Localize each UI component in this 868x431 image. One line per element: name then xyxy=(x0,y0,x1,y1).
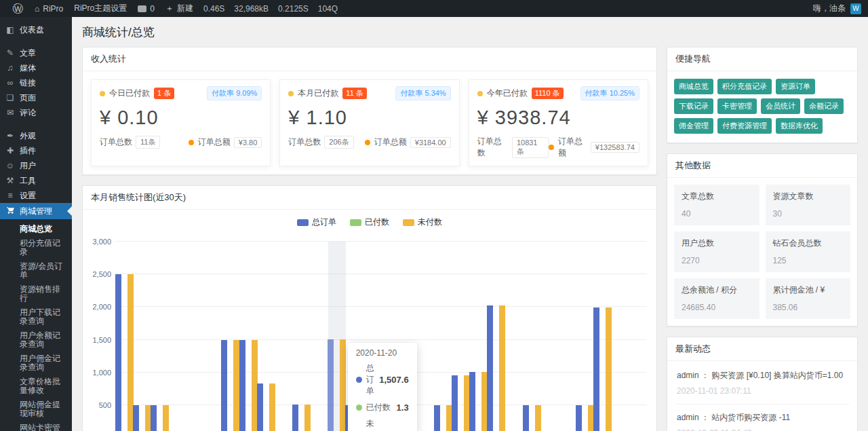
other-data-panel: 其他数据 文章总数40资源文章数30用户总数2270钻石会员总数125总余额池 … xyxy=(667,153,858,326)
submenu-item[interactable]: 用户下载记录查询 xyxy=(0,305,72,329)
quick-nav-button[interactable]: 卡密管理 xyxy=(717,98,757,114)
sidebar-item-links[interactable]: ∞链接 xyxy=(0,75,72,90)
quick-nav-button[interactable]: 资源订单 xyxy=(776,79,815,94)
avatar[interactable]: W xyxy=(850,3,861,14)
order-amount-group: 订单总额¥132583.74 xyxy=(549,136,639,159)
quick-nav-title: 便捷导航 xyxy=(667,48,857,71)
stat-value: 24685.40 xyxy=(682,303,752,312)
activity-time: 2020-11-01 23:07:11 xyxy=(677,386,848,396)
site-link[interactable]: ⌂ RiPro xyxy=(29,0,68,17)
legend-item[interactable]: 未付数 xyxy=(403,217,442,228)
stat-box: 累计佣金池 / ¥385.06 xyxy=(766,278,851,319)
income-amount: ¥ 0.10 xyxy=(100,107,262,129)
pages-icon: ❏ xyxy=(5,93,15,102)
sidebar-item-media[interactable]: ♫媒体 xyxy=(0,60,72,75)
sidebar-item-pages[interactable]: ❏页面 xyxy=(0,90,72,105)
order-amount-value: ¥3.80 xyxy=(234,137,262,148)
user-icon: ☺ xyxy=(5,161,15,170)
cart-icon xyxy=(5,206,15,217)
submenu-item[interactable]: 商城总览 xyxy=(0,222,72,236)
sidebar-item-shop[interactable]: 商城管理 xyxy=(0,203,72,219)
submenu-item[interactable]: 资源/会员订单 xyxy=(0,259,72,282)
orders-total-value: 11条 xyxy=(136,136,160,149)
chart-bar xyxy=(328,339,334,431)
chart-bar xyxy=(487,305,493,431)
new-content-button[interactable]: ＋ 新建 xyxy=(160,0,199,17)
quick-nav-button[interactable]: 积分充值记录 xyxy=(717,79,772,94)
sidebar-item-label: 文章 xyxy=(20,48,36,58)
theme-settings-link[interactable]: RiPro主题设置 xyxy=(68,0,132,17)
orders-total-value: 206条 xyxy=(324,136,353,149)
sidebar-item-label: 插件 xyxy=(20,146,36,155)
total-dot-icon xyxy=(189,140,194,145)
quick-nav-button[interactable]: 数据库优化 xyxy=(776,118,823,134)
orders-total-label: 订单总数 xyxy=(288,136,321,148)
sidebar-item-appearance[interactable]: ✒外观 xyxy=(0,128,72,143)
pin-icon: ✎ xyxy=(5,48,15,58)
sidebar-item-posts[interactable]: ✎文章 xyxy=(0,45,72,60)
chart-bar xyxy=(163,405,169,431)
stat-value: 385.06 xyxy=(773,303,844,312)
order-amount-group: 订单总额¥3.80 xyxy=(189,136,262,148)
chart-bar xyxy=(151,405,157,431)
dashboard-icon: ◧ xyxy=(5,25,15,35)
sidebar-item-label: 工具 xyxy=(20,176,36,185)
sidebar-item-users[interactable]: ☺用户 xyxy=(0,158,72,173)
quick-nav-button[interactable]: 付费资源管理 xyxy=(717,118,772,134)
stat-box: 总余额池 / 积分24685.40 xyxy=(674,278,760,319)
tooltip-series-value: 1,507.6 xyxy=(379,375,408,385)
sidebar-item-tools[interactable]: ⚒工具 xyxy=(0,173,72,188)
submenu-item[interactable]: 文章价格批量修改 xyxy=(0,375,72,398)
gridline xyxy=(115,274,647,274)
sidebar-item-label: 媒体 xyxy=(20,63,36,73)
income-card-header: 今日已付款1 条付款率 9.09% xyxy=(100,86,262,100)
chart-bar xyxy=(434,405,440,431)
chart-bar xyxy=(535,405,541,431)
sidebar-item-settings[interactable]: ≡设置 xyxy=(0,188,72,203)
sidebar-item-label: 用户 xyxy=(20,161,36,170)
chart-plot[interactable]: 05001,0001,5002,0002,5003,0002020-11-20总… xyxy=(115,242,647,431)
submenu-item[interactable]: 用户余额记录查询 xyxy=(0,329,72,352)
stat-label: 累计佣金池 / ¥ xyxy=(773,284,844,296)
paid-count-badge: 1 条 xyxy=(154,88,174,99)
chart-bar xyxy=(257,383,263,431)
gridline xyxy=(115,241,647,242)
wordpress-menu-button[interactable]: Ⓦ xyxy=(7,0,29,17)
activity-title: 最新动态 xyxy=(667,337,857,361)
chart-bar xyxy=(269,383,275,431)
quick-nav-button[interactable]: 会员统计 xyxy=(761,98,800,114)
orders-total-label: 订单总数 xyxy=(100,136,132,148)
submenu-item[interactable]: 网站佣金提现审核 xyxy=(0,398,72,421)
paid-dot-icon xyxy=(100,91,105,96)
quick-nav-button[interactable]: 佣金管理 xyxy=(674,118,713,134)
stat-label: 文章总数 xyxy=(682,191,752,202)
user-greeting[interactable]: 嗨，油条 xyxy=(813,3,846,14)
chart-bar xyxy=(469,372,475,431)
chart-bar xyxy=(115,274,121,431)
quick-nav-button[interactable]: 下载记录 xyxy=(674,98,713,114)
chart-bar xyxy=(593,307,599,431)
stat-value: 30 xyxy=(773,209,844,219)
sidebar-item-dashboard[interactable]: ◧仪表盘 xyxy=(0,22,72,37)
legend-item[interactable]: 总订单 xyxy=(297,217,336,228)
sidebar-item-plugins[interactable]: ✚插件 xyxy=(0,143,72,158)
quick-nav-buttons: 商城总览积分充值记录资源订单下载记录卡密管理会员统计余额记录佣金管理付费资源管理… xyxy=(667,71,857,143)
income-panel-title: 收入统计 xyxy=(83,48,656,71)
chart-legend: 总订单已付数未付数 xyxy=(83,217,656,228)
submenu-item[interactable]: 积分充值记录 xyxy=(0,236,72,259)
settings-icon: ≡ xyxy=(5,191,15,200)
submenu-item[interactable]: 用户佣金记录查询 xyxy=(0,352,72,375)
stat-box: 资源文章数30 xyxy=(766,185,851,225)
performance-stats: 0.46S32,968kB0.2125S104Q xyxy=(199,4,342,14)
income-card-footer: 订单总数10831条订单总额¥132583.74 xyxy=(477,136,639,159)
sidebar-item-comments[interactable]: ✉评论 xyxy=(0,105,72,120)
submenu-item[interactable]: 资源销售排行 xyxy=(0,282,72,305)
comments-link[interactable]: 0 xyxy=(132,0,160,17)
legend-item[interactable]: 已付数 xyxy=(350,217,389,228)
quick-nav-button[interactable]: 余额记录 xyxy=(804,98,844,114)
income-card-footer: 订单总数206条订单总额¥3184.00 xyxy=(288,136,450,149)
payment-rate-badge: 付款率 9.09% xyxy=(207,86,262,100)
sidebar-item-label: 链接 xyxy=(20,78,36,88)
submenu-item[interactable]: 网站卡密管理 xyxy=(0,421,72,431)
quick-nav-button[interactable]: 商城总览 xyxy=(674,79,713,94)
